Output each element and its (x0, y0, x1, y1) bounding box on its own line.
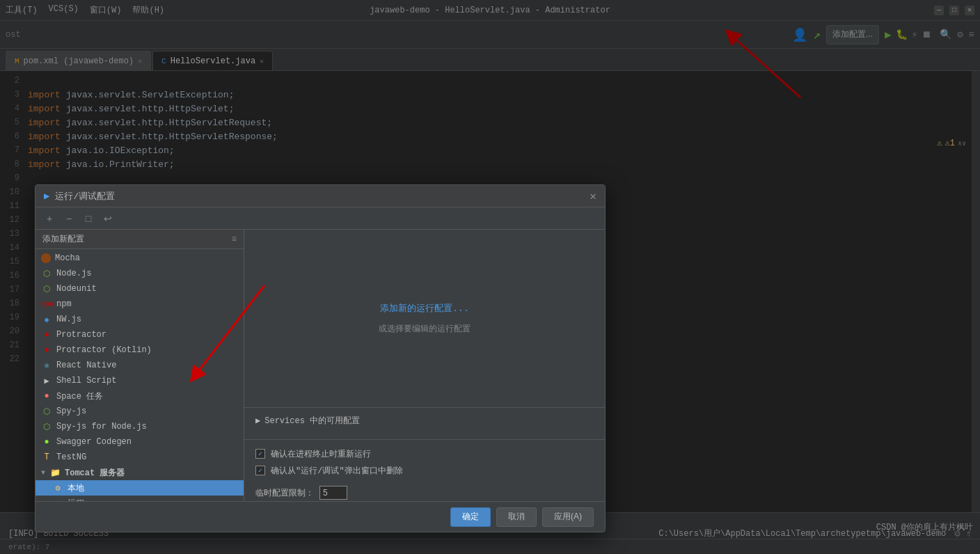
config-item-mocha[interactable]: Mocha (35, 251, 244, 266)
swagger-icon: ● (41, 436, 52, 448)
config-item-npm[interactable]: npm npm (35, 296, 244, 312)
tomcat-collapse-icon: ▼ (41, 469, 45, 477)
checkbox-row-restart: 确认在进程终止时重新运行 (255, 445, 594, 462)
dialog-icon: ▶ (44, 190, 49, 202)
add-config-hint: 或选择要编辑的运行配置 (379, 323, 471, 335)
config-item-spyjs[interactable]: ⬡ Spy-js (35, 404, 244, 419)
config-item-spyjs-nodejs[interactable]: ⬡ Spy-js for Node.js (35, 419, 244, 434)
add-config-link[interactable]: 添加新的运行配置... (380, 302, 468, 315)
config-item-nodejs-label: Node.js (56, 269, 91, 278)
nwjs-icon: ◈ (41, 314, 52, 325)
tomcat-folder-icon: 📁 (49, 467, 61, 478)
space-icon: ● (41, 390, 52, 402)
run-debug-config-dialog: ▶ 运行/调试配置 ✕ + − □ ↩ 添加新配置 ≡ Mocha ⬡ (35, 184, 606, 532)
dialog-toolbar: + − □ ↩ (35, 207, 605, 230)
cancel-button[interactable]: 取消 (496, 507, 537, 527)
nodejs-icon: ⬡ (41, 268, 52, 279)
config-item-protractor-kotlin-label: Protractor (Kotlin) (56, 345, 152, 355)
config-item-local-label: 本地 (68, 482, 84, 494)
config-list-panel: 添加新配置 ≡ Mocha ⬡ Node.js ⬡ Nodeunit npm (35, 230, 244, 501)
config-list-title: 添加新配置 (42, 233, 84, 245)
nodeunit-icon: ⬡ (41, 283, 52, 294)
limit-input[interactable] (319, 486, 347, 500)
config-item-spyjs-nodejs-label: Spy-js for Node.js (56, 422, 147, 432)
config-item-space[interactable]: ● Space 任务 (35, 388, 244, 404)
checkbox-delete[interactable] (255, 466, 265, 475)
testng-icon: T (41, 452, 52, 463)
services-arrow-icon: ▶ (255, 416, 260, 426)
dialog-body: 添加新配置 ≡ Mocha ⬡ Node.js ⬡ Nodeunit npm (35, 230, 605, 501)
config-item-nodeunit-label: Nodeunit (56, 284, 97, 294)
services-header-text: Services 中的可用配置 (264, 415, 360, 427)
dialog-copy-button[interactable]: □ (80, 210, 97, 227)
config-item-tomcat-label: Tomcat 服务器 (65, 467, 125, 479)
mocha-icon (41, 253, 51, 263)
config-list-header: 添加新配置 ≡ (35, 230, 244, 249)
config-center-area: 添加新的运行配置... 或选择要编辑的运行配置 (244, 230, 605, 407)
ok-button[interactable]: 确定 (450, 507, 491, 527)
limit-label: 临时配置限制： (255, 487, 314, 499)
config-item-testng-label: TestNG (56, 452, 86, 462)
config-item-remote[interactable]: ⚙ 远程 (35, 496, 244, 501)
config-item-protractor-kotlin[interactable]: ● Protractor (Kotlin) (35, 342, 244, 358)
config-item-space-label: Space 任务 (56, 390, 103, 402)
dialog-move-button[interactable]: ↩ (100, 210, 116, 227)
config-item-spyjs-label: Spy-js (56, 406, 86, 416)
checkboxes-section: 确认在进程终止时重新运行 确认从"运行/调试"弹出窗口中删除 (244, 439, 605, 484)
checkbox-restart-label: 确认在进程终止时重新运行 (271, 448, 371, 460)
dialog-title: ▶ 运行/调试配置 (44, 190, 115, 203)
config-item-shell-script-label: Shell Script (56, 376, 116, 386)
checkbox-delete-label: 确认从"运行/调试"弹出窗口中删除 (271, 465, 403, 477)
protractor-kotlin-icon: ● (41, 345, 52, 356)
config-item-shell-script[interactable]: ▶ Shell Script (35, 373, 244, 388)
config-item-swagger[interactable]: ● Swagger Codegen (35, 434, 244, 450)
services-header[interactable]: ▶ Services 中的可用配置 (255, 415, 594, 427)
services-section: ▶ Services 中的可用配置 (244, 407, 605, 439)
dialog-remove-button[interactable]: − (61, 210, 77, 227)
config-item-nodeunit[interactable]: ⬡ Nodeunit (35, 281, 244, 296)
local-icon: ⚙ (52, 482, 63, 493)
config-item-react-native[interactable]: ⚛ React Native (35, 358, 244, 373)
limit-row: 临时配置限制： (244, 484, 605, 501)
checkbox-restart[interactable] (255, 449, 265, 459)
config-list-sort-icon[interactable]: ≡ (232, 235, 237, 244)
react-native-icon: ⚛ (41, 360, 52, 371)
config-item-testng[interactable]: T TestNG (35, 450, 244, 465)
config-item-nwjs[interactable]: ◈ NW.js (35, 312, 244, 327)
csdn-watermark: CSDN @你的肩上有片枫叶 (876, 521, 973, 533)
dialog-titlebar: ▶ 运行/调试配置 ✕ (35, 185, 605, 207)
dialog-add-button[interactable]: + (41, 210, 58, 227)
config-item-nwjs-label: NW.js (56, 315, 81, 324)
apply-button[interactable]: 应用(A) (542, 507, 594, 527)
config-item-protractor-label: Protractor (56, 330, 106, 340)
dialog-title-text: 运行/调试配置 (55, 190, 115, 203)
config-item-swagger-label: Swagger Codegen (56, 437, 132, 447)
config-item-tomcat-group[interactable]: ▼ 📁 Tomcat 服务器 (35, 465, 244, 480)
config-item-react-native-label: React Native (56, 361, 116, 370)
config-item-protractor[interactable]: ● Protractor (35, 327, 244, 342)
dialog-footer: 确定 取消 应用(A) (35, 501, 605, 532)
checkbox-row-delete: 确认从"运行/调试"弹出窗口中删除 (255, 462, 594, 479)
shell-script-icon: ▶ (41, 375, 52, 386)
config-list-items[interactable]: Mocha ⬡ Node.js ⬡ Nodeunit npm npm ◈ NW.… (35, 249, 244, 501)
protractor-icon: ● (41, 329, 52, 340)
config-item-npm-label: npm (56, 299, 72, 309)
config-item-mocha-label: Mocha (55, 253, 80, 263)
spyjs-nodejs-icon: ⬡ (41, 421, 52, 432)
config-item-nodejs[interactable]: ⬡ Node.js (35, 266, 244, 281)
npm-icon: npm (41, 299, 52, 310)
dialog-close-button[interactable]: ✕ (590, 189, 596, 203)
config-right-panel: 添加新的运行配置... 或选择要编辑的运行配置 ▶ Services 中的可用配… (244, 230, 605, 501)
config-item-local[interactable]: ⚙ 本地 (35, 480, 244, 496)
spyjs-icon: ⬡ (41, 406, 52, 417)
